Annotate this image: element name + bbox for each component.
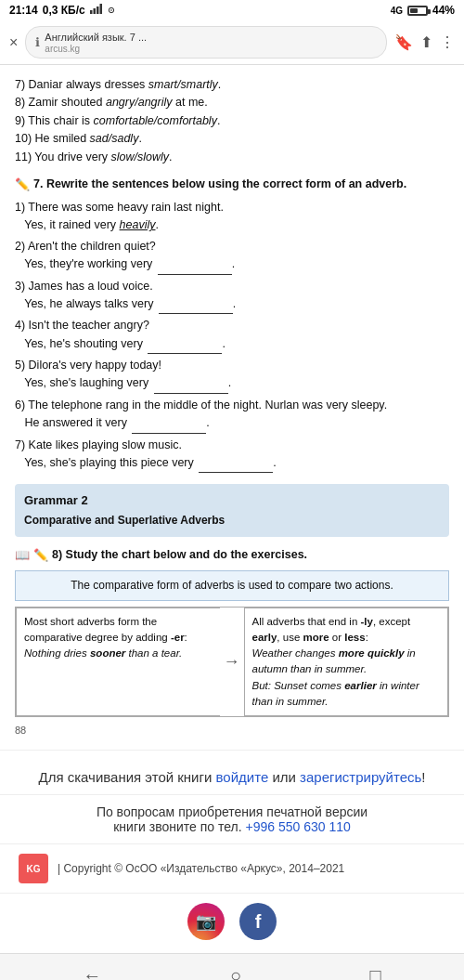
browser-toolbar: × ℹ Английский язык. 7 ... arcus.kg 🔖 ⬆ … bbox=[0, 20, 464, 65]
list-item: 11) You drive very slow/slowly. bbox=[15, 149, 449, 166]
grammar2-box: Grammar 2 Comparative and Superlative Ad… bbox=[15, 484, 449, 537]
list-item: 1) There was some heavy rain last night.… bbox=[15, 199, 449, 235]
more-icon[interactable]: ⋮ bbox=[440, 33, 455, 51]
time: 21:14 bbox=[9, 4, 38, 17]
social-section: 📷 f bbox=[0, 894, 464, 953]
bookmark-icon[interactable]: 🔖 bbox=[394, 33, 413, 51]
list-item: 7) Kate likes playing slow music. Yes, s… bbox=[15, 437, 449, 474]
status-left: 21:14 0,3 КБ/с ⊙ bbox=[9, 4, 120, 17]
download-section: Для скачивания этой книги войдите или за… bbox=[0, 751, 464, 795]
contact-line1: По вопросам приобретения печатной версии bbox=[97, 804, 367, 819]
comp-right-example1: Weather changes more quickly in autumn t… bbox=[252, 647, 416, 674]
info-icon: ℹ bbox=[35, 35, 40, 49]
comp-right-example2: But: Sunset comes earlier in winter than… bbox=[252, 680, 419, 707]
content-area: 7) Daniar always dresses smart/smartly. … bbox=[0, 65, 464, 980]
exercise7-title: 7. Rewrite the sentences below using the… bbox=[33, 176, 406, 193]
site-title: Английский язык. 7 ... bbox=[45, 32, 147, 43]
svg-rect-2 bbox=[97, 7, 99, 14]
instagram-button[interactable]: 📷 bbox=[187, 903, 225, 940]
list-item: 5) Dilora's very happy today! Yes, she's… bbox=[15, 357, 449, 394]
facebook-icon: f bbox=[255, 911, 262, 933]
share-icon[interactable]: ⬆ bbox=[420, 33, 432, 51]
book-icon: 📖 bbox=[15, 546, 30, 565]
copyright-text: | Copyright © ОсОО «Издательство «Аркус»… bbox=[58, 862, 344, 875]
info-text: The comparative form of adverbs is used … bbox=[71, 579, 393, 592]
info-box: The comparative form of adverbs is used … bbox=[15, 570, 449, 601]
nav-bar: ← ○ □ bbox=[0, 953, 464, 980]
exercise7-items: 1) There was some heavy rain last night.… bbox=[15, 199, 449, 473]
url-bar[interactable]: ℹ Английский язык. 7 ... arcus.kg bbox=[25, 26, 387, 59]
list-item: 6) The telephone rang in the middle of t… bbox=[15, 397, 449, 434]
wifi-icon: ⊙ bbox=[108, 4, 120, 17]
footer-logo: KG bbox=[19, 854, 48, 883]
svg-rect-3 bbox=[99, 4, 102, 14]
pencil-icon-2: ✏️ bbox=[33, 546, 48, 565]
page-number: 88 bbox=[15, 723, 449, 738]
facebook-button[interactable]: f bbox=[239, 903, 277, 940]
data-speed: 0,3 КБ/с bbox=[43, 4, 85, 17]
domain: arcus.kg bbox=[45, 44, 147, 54]
download-text-middle: или bbox=[268, 769, 296, 785]
back-button[interactable]: ← bbox=[64, 961, 120, 980]
toolbar-actions: 🔖 ⬆ ⋮ bbox=[394, 33, 455, 51]
svg-text:⊙: ⊙ bbox=[108, 6, 115, 14]
comp-right-title: All adverbs that end in -ly, except earl… bbox=[252, 616, 411, 643]
status-bar: 21:14 0,3 КБ/с ⊙ 4G 44% bbox=[0, 0, 464, 20]
download-text-after: ! bbox=[421, 769, 425, 785]
comparison-table: Most short adverbs form the comparative … bbox=[15, 607, 449, 718]
list-item: 3) James has a loud voice. Yes, he alway… bbox=[15, 278, 449, 315]
exercise7-header: ✏️ 7. Rewrite the sentences below using … bbox=[15, 176, 449, 194]
recents-button[interactable]: □ bbox=[352, 961, 400, 980]
list-item: 2) Aren't the children quiet? Yes, they'… bbox=[15, 238, 449, 275]
status-right: 4G 44% bbox=[391, 4, 455, 17]
comp-right: All adverbs that end in -ly, except earl… bbox=[244, 608, 449, 717]
exercise8-header: 📖 ✏️ 8) Study the chart below and do the… bbox=[15, 546, 449, 565]
exercise8-title: 8) Study the chart below and do the exer… bbox=[52, 546, 307, 564]
list-item: 7) Daniar always dresses smart/smartly. bbox=[15, 76, 449, 94]
login-link[interactable]: войдите bbox=[216, 769, 269, 785]
grammar-title: Grammar 2 bbox=[24, 491, 440, 510]
battery-percent: 44% bbox=[432, 4, 455, 17]
register-link[interactable]: зарегистрируйтесь bbox=[300, 769, 421, 785]
contact-section: По вопросам приобретения печатной версии… bbox=[0, 795, 464, 844]
exercise-top-list: 7) Daniar always dresses smart/smartly. … bbox=[15, 76, 449, 166]
comp-left: Most short adverbs form the comparative … bbox=[16, 608, 220, 717]
arrow-separator: → bbox=[220, 608, 244, 717]
instagram-icon: 📷 bbox=[196, 911, 216, 932]
list-item: 9) This chair is comfortable/comfortably… bbox=[15, 112, 449, 130]
signal-icon bbox=[90, 4, 103, 17]
footer-section: KG | Copyright © ОсОО «Издательство «Арк… bbox=[0, 844, 464, 894]
list-item: 4) Isn't the teacher angry? Yes, he's sh… bbox=[15, 317, 449, 354]
close-button[interactable]: × bbox=[9, 34, 18, 51]
svg-rect-0 bbox=[90, 10, 93, 14]
comp-left-title: Most short adverbs form the comparative … bbox=[24, 616, 187, 643]
list-item: 8) Zamir shouted angry/angrily at me. bbox=[15, 94, 449, 111]
contact-line2: книги звоните по тел. bbox=[113, 819, 241, 834]
grammar-subtitle: Comparative and Superlative Adverbs bbox=[24, 512, 440, 529]
network-type: 4G bbox=[391, 6, 403, 16]
battery-icon bbox=[407, 6, 428, 16]
pencil-icon: ✏️ bbox=[15, 176, 30, 194]
list-item: 10) He smiled sad/sadly. bbox=[15, 130, 449, 148]
svg-rect-1 bbox=[93, 8, 96, 14]
phone-number[interactable]: +996 550 630 110 bbox=[245, 819, 350, 834]
book-page: 7) Daniar always dresses smart/smartly. … bbox=[0, 65, 464, 751]
download-text-before: Для скачивания этой книги bbox=[38, 769, 215, 785]
home-button[interactable]: ○ bbox=[212, 961, 260, 980]
comp-left-example: Nothing dries sooner than a tear. bbox=[24, 647, 182, 659]
